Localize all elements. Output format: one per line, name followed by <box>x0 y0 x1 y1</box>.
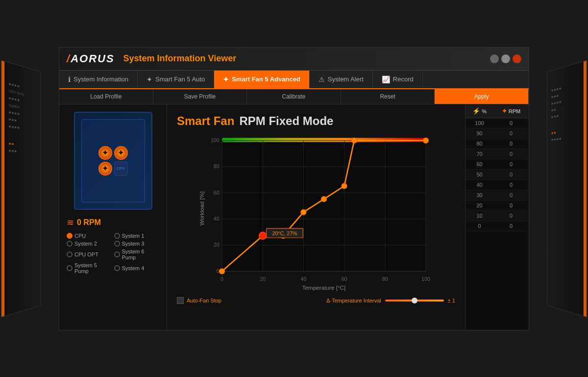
side-panel-left: ■ ■ ■ ■ CPU Temp ■ ■ ■ ■ System ■ ■ ■ ■ … <box>1 60 41 317</box>
svg-text:20°C, 27%: 20°C, 27% <box>272 230 297 236</box>
tab-system-information[interactable]: ℹ System Information <box>59 71 138 88</box>
svg-text:20: 20 <box>214 242 220 248</box>
temp-interval-value: ± 1 <box>448 298 455 303</box>
auto-fan-stop-label: Auto-Fan Stop <box>187 298 221 303</box>
tab-smart-fan-auto[interactable]: ✦ Smart Fan 5 Auto <box>138 71 214 88</box>
radio-system3[interactable] <box>114 241 120 247</box>
rpm-val-cell[interactable]: 0 <box>493 118 529 128</box>
fan-option-system1[interactable]: System 1 <box>114 233 160 239</box>
left-panel: ✦ ✦ ✦ CPU ≋ 0 RPM CPU <box>59 104 167 330</box>
rpm-val-cell[interactable]: 0 <box>493 200 529 210</box>
radio-system5pump[interactable] <box>67 265 73 271</box>
chart-area[interactable]: 0 20 40 60 80 100 0 20 40 60 80 100 <box>177 135 455 292</box>
rpm-table-row: 10 0 <box>466 210 529 221</box>
fan-option-system2[interactable]: System 2 <box>67 241 112 247</box>
minimize-button[interactable] <box>490 54 499 63</box>
logo-text: /AORUS <box>67 52 115 65</box>
rpm-pct-cell[interactable]: 30 <box>466 190 493 200</box>
side-panel-right: ■ ■ ■ ■ ■ ■ ■ ■ ■ ■ ■ ■ ■ ■ ■ ■ ■ ■ ■ ■ … <box>547 60 587 317</box>
rpm-table-row: 40 0 <box>466 179 529 190</box>
rpm-pct-cell[interactable]: 20 <box>466 200 493 210</box>
temp-interval: Δ-Temperature Interval ± 1 <box>326 298 455 303</box>
rpm-val-cell[interactable]: 0 <box>493 138 529 149</box>
rpm-pct-cell[interactable]: 60 <box>466 159 493 169</box>
rpm-pct-cell[interactable]: 0 <box>466 221 493 231</box>
rpm-pct-cell[interactable]: 80 <box>466 138 493 149</box>
radio-cpu[interactable] <box>67 233 73 239</box>
rpm-table-row: 0 0 <box>466 221 529 231</box>
col-header-rpm: ✦ RPM <box>493 104 529 118</box>
pc-case-visualization: ✦ ✦ ✦ CPU <box>74 112 152 210</box>
chart-title-mode: RPM Fixed Mode <box>239 114 333 128</box>
rpm-table-row: 50 0 <box>466 169 529 179</box>
rpm-pct-cell[interactable]: 70 <box>466 149 493 159</box>
chart-point-active <box>259 232 267 239</box>
fan-adv-icon: ✦ <box>223 75 229 83</box>
rpm-val-cell[interactable]: 0 <box>493 190 529 200</box>
auto-fan-stop[interactable]: Auto-Fan Stop <box>177 297 221 304</box>
fan-option-system6pump[interactable]: System 6 Pump <box>114 249 160 260</box>
record-icon: 📈 <box>382 75 390 83</box>
rpm-val-cell[interactable]: 0 <box>493 179 529 190</box>
fan-option-system5pump[interactable]: System 5 Pump <box>67 262 112 274</box>
radio-system4[interactable] <box>114 265 120 271</box>
svg-text:100: 100 <box>211 137 220 143</box>
tab-record[interactable]: 📈 Record <box>373 71 423 88</box>
close-button[interactable] <box>513 54 521 63</box>
fan-option-cpuopt[interactable]: CPU OPT <box>67 249 112 260</box>
maximize-button[interactable] <box>501 54 510 63</box>
rpm-table-row: 70 0 <box>466 149 529 159</box>
tab-system-alert[interactable]: ⚠ System Alert <box>310 71 373 88</box>
rpm-val-cell[interactable]: 0 <box>493 149 529 159</box>
title-controls <box>490 54 521 63</box>
rpm-pct-cell[interactable]: 90 <box>466 128 493 138</box>
load-profile-button[interactable]: Load Profile <box>59 89 153 104</box>
rpm-val-cell[interactable]: 0 <box>493 169 529 179</box>
rpm-table: ⚡ % ✦ RPM 100 0 90 0 80 0 <box>466 104 529 231</box>
rpm-table-row: 90 0 <box>466 128 529 138</box>
chart-header: Smart Fan RPM Fixed Mode <box>177 114 455 128</box>
cpu-chip: CPU <box>114 162 128 176</box>
reset-button[interactable]: Reset <box>341 89 435 104</box>
app-title: System Information Viewer <box>123 53 237 64</box>
fan-option-cpu[interactable]: CPU <box>67 233 112 239</box>
chart-point-3 <box>301 209 306 215</box>
chart-title-smart: Smart Fan <box>177 114 234 128</box>
rpm-val-cell[interactable]: 0 <box>493 221 529 231</box>
rpm-val-cell[interactable]: 0 <box>493 210 529 221</box>
rpm-val-cell[interactable]: 0 <box>493 159 529 169</box>
radio-cpuopt[interactable] <box>67 251 73 257</box>
radio-system6pump[interactable] <box>114 251 120 257</box>
rpm-pct-cell[interactable]: 40 <box>466 179 493 190</box>
rpm-value: 0 RPM <box>77 218 101 227</box>
rpm-table-row: 60 0 <box>466 159 529 169</box>
radio-system1[interactable] <box>114 233 120 239</box>
rpm-val-cell[interactable]: 0 <box>493 128 529 138</box>
save-profile-button[interactable]: Save Profile <box>153 89 247 104</box>
svg-text:60: 60 <box>214 189 220 195</box>
right-panel: ⚡ % ✦ RPM 100 0 90 0 80 0 <box>465 104 529 330</box>
chart-controls: Auto-Fan Stop Δ-Temperature Interval ± 1 <box>177 297 455 304</box>
pc-case-inner: ✦ ✦ ✦ CPU <box>81 119 145 202</box>
fan-option-system4[interactable]: System 4 <box>114 262 160 274</box>
temp-interval-slider[interactable] <box>385 300 444 302</box>
svg-text:Temperature [°C]: Temperature [°C] <box>302 284 346 290</box>
radio-system2[interactable] <box>67 241 73 247</box>
fan-curve-chart[interactable]: 0 20 40 60 80 100 0 20 40 60 80 100 <box>177 135 455 292</box>
svg-text:80: 80 <box>382 276 388 281</box>
calibrate-button[interactable]: Calibrate <box>247 89 341 104</box>
rpm-pct-cell[interactable]: 100 <box>466 118 493 128</box>
fan-option-system3[interactable]: System 3 <box>114 241 160 247</box>
rpm-pct-cell[interactable]: 10 <box>466 210 493 221</box>
auto-fan-stop-checkbox[interactable] <box>177 297 184 304</box>
fan-2: ✦ <box>114 146 128 160</box>
chart-point-6 <box>352 138 357 143</box>
apply-button[interactable]: Apply <box>435 89 529 104</box>
rpm-table-row: 30 0 <box>466 190 529 200</box>
logo-area: /AORUS System Information Viewer <box>67 52 236 65</box>
tab-smart-fan-advanced[interactable]: ✦ Smart Fan 5 Advanced <box>214 71 310 88</box>
rpm-table-row: 100 0 <box>466 118 529 128</box>
rpm-pct-cell[interactable]: 50 <box>466 169 493 179</box>
main-content: ✦ ✦ ✦ CPU ≋ 0 RPM CPU <box>59 104 529 330</box>
chart-point-0 <box>220 269 225 274</box>
